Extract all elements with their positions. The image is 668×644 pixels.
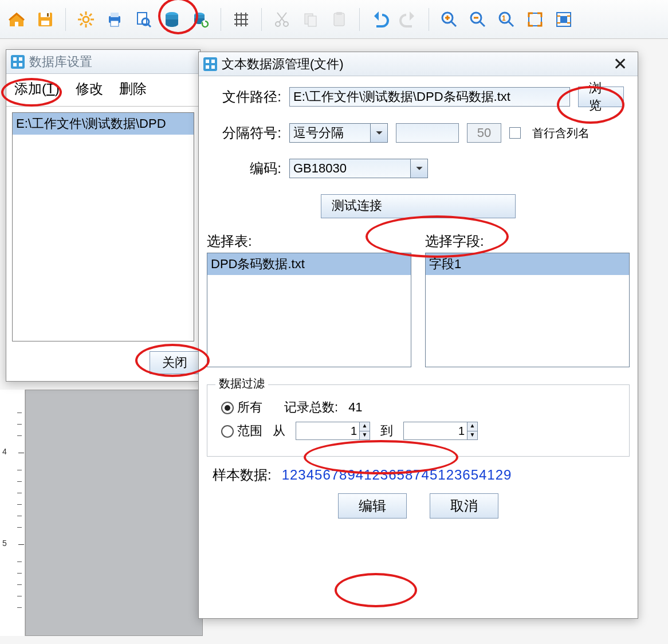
- svg-rect-55: [206, 60, 209, 63]
- svg-rect-56: [211, 60, 215, 63]
- from-label: 从: [273, 422, 285, 439]
- range-from-input[interactable]: [296, 422, 359, 439]
- svg-rect-49: [11, 55, 25, 69]
- grid-icon[interactable]: [228, 6, 254, 33]
- chevron-down-icon[interactable]: [370, 124, 387, 142]
- record-total-label: 记录总数:: [284, 399, 338, 416]
- spin-down-icon[interactable]: ▼: [359, 431, 370, 440]
- cancel-button[interactable]: 取消: [430, 493, 498, 519]
- print-preview-icon[interactable]: [130, 6, 156, 33]
- design-canvas[interactable]: [25, 390, 203, 636]
- svg-line-31: [277, 13, 285, 22]
- delete-action[interactable]: 删除: [119, 80, 147, 98]
- database-refresh-icon[interactable]: [187, 6, 214, 33]
- svg-rect-2: [41, 21, 49, 25]
- svg-rect-34: [334, 13, 344, 26]
- fit-screen-icon[interactable]: [522, 6, 548, 33]
- undo-icon[interactable]: [367, 6, 393, 33]
- dialog-title-bar[interactable]: 数据库设置: [6, 50, 200, 74]
- svg-rect-53: [19, 63, 22, 66]
- svg-rect-58: [211, 65, 215, 69]
- zoom-reset-icon[interactable]: 1: [493, 6, 520, 33]
- svg-line-9: [80, 14, 82, 16]
- filter-all-radio[interactable]: [221, 402, 234, 414]
- delimiter-value[interactable]: [290, 124, 370, 142]
- svg-rect-14: [111, 13, 119, 17]
- test-connection-button[interactable]: 测试连接: [321, 194, 516, 218]
- table-list[interactable]: DPD条码数据.txt: [207, 253, 411, 367]
- delimiter-combo[interactable]: [289, 123, 388, 143]
- svg-rect-33: [308, 16, 316, 26]
- delimiter-num-input[interactable]: [467, 123, 501, 143]
- chevron-down-icon[interactable]: [410, 159, 427, 178]
- filter-legend: 数据过滤: [215, 376, 268, 391]
- close-button[interactable]: 关闭: [150, 351, 200, 374]
- svg-rect-57: [206, 65, 209, 69]
- svg-line-30: [279, 13, 286, 22]
- encoding-combo[interactable]: [289, 159, 428, 178]
- filter-all-label: 所有: [237, 400, 262, 414]
- first-row-header-label: 首行含列名: [532, 125, 590, 141]
- datasource-list[interactable]: E:\工作文件\测试数据\DPD: [12, 112, 194, 341]
- field-list[interactable]: 字段1: [425, 253, 630, 367]
- svg-rect-48: [560, 16, 567, 23]
- list-item[interactable]: DPD条码数据.txt: [207, 253, 411, 275]
- svg-line-41: [480, 22, 485, 26]
- cut-icon[interactable]: [269, 6, 295, 33]
- dialog-title: 数据库设置: [29, 53, 92, 70]
- print-icon[interactable]: [101, 6, 128, 33]
- sample-label: 样本数据:: [213, 466, 272, 484]
- svg-line-37: [451, 22, 456, 26]
- svg-line-12: [80, 23, 82, 25]
- delimiter-custom-input[interactable]: [396, 123, 459, 143]
- copy-icon[interactable]: [297, 6, 324, 33]
- spin-up-icon[interactable]: ▲: [359, 422, 370, 431]
- paste-icon[interactable]: [326, 6, 352, 33]
- range-to-input[interactable]: [404, 422, 467, 439]
- svg-rect-15: [111, 21, 119, 26]
- dialog-title-bar[interactable]: 文本数据源管理(文件) ✕: [199, 52, 638, 76]
- list-item[interactable]: E:\工作文件\测试数据\DPD: [13, 113, 194, 135]
- zoom-in-icon[interactable]: [436, 6, 462, 33]
- text-datasource-dialog: 文本数据源管理(文件) ✕ 文件路径: 浏览 分隔符号: 首行含列名 编码:: [198, 52, 638, 619]
- fullscreen-icon[interactable]: [551, 6, 577, 33]
- add-action[interactable]: 添加(T): [14, 80, 60, 98]
- svg-rect-35: [336, 12, 342, 15]
- record-total-value: 41: [348, 400, 377, 415]
- app-icon: [203, 57, 217, 71]
- edit-button[interactable]: 编辑: [338, 493, 407, 519]
- svg-rect-50: [13, 57, 17, 61]
- vertical-ruler: 4 5: [0, 390, 25, 636]
- database-icon[interactable]: [159, 6, 185, 33]
- svg-line-10: [89, 23, 92, 25]
- svg-line-18: [148, 24, 151, 27]
- path-input[interactable]: [289, 87, 570, 107]
- delimiter-label: 分隔符号:: [213, 124, 281, 142]
- main-toolbar: 1: [0, 0, 668, 39]
- spin-up-icon[interactable]: ▲: [467, 422, 477, 431]
- settings-gear-icon[interactable]: [73, 6, 99, 33]
- filter-range-radio[interactable]: [221, 425, 234, 438]
- path-label: 文件路径:: [213, 88, 281, 106]
- encoding-label: 编码:: [213, 159, 281, 178]
- range-from-spin[interactable]: ▲▼: [296, 422, 370, 440]
- filter-range-label: 范围: [237, 423, 262, 438]
- save-icon[interactable]: [32, 6, 58, 33]
- list-item[interactable]: 字段1: [426, 253, 629, 275]
- range-to-spin[interactable]: ▲▼: [403, 422, 478, 440]
- sample-value: 1234567894123658745123654129: [282, 467, 512, 483]
- to-label: 到: [380, 422, 393, 439]
- browse-button[interactable]: 浏览: [578, 87, 624, 107]
- first-row-header-checkbox[interactable]: [509, 127, 521, 139]
- redo-icon[interactable]: [395, 6, 422, 33]
- home-icon[interactable]: [3, 6, 30, 33]
- spin-down-icon[interactable]: ▼: [467, 431, 477, 440]
- zoom-out-icon[interactable]: [465, 6, 491, 33]
- svg-rect-54: [203, 57, 217, 71]
- svg-text:1: 1: [502, 14, 506, 22]
- modify-action[interactable]: 修改: [76, 80, 103, 98]
- encoding-value[interactable]: [290, 159, 410, 178]
- dialog-title: 文本数据源管理(文件): [222, 56, 344, 73]
- close-icon[interactable]: ✕: [607, 54, 633, 74]
- select-field-label: 选择字段:: [425, 232, 630, 250]
